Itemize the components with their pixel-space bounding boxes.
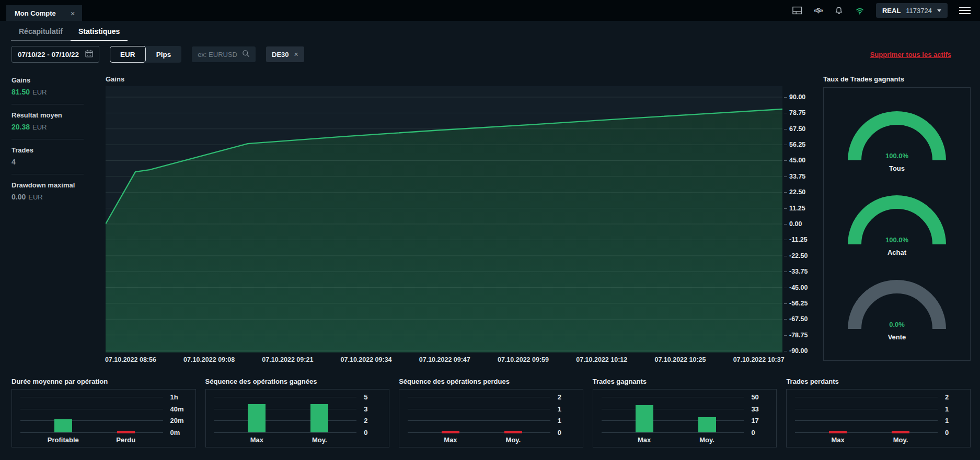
mini-plot-area: MaxMoy. — [602, 397, 744, 432]
tab-statistiques[interactable]: Statistiques — [71, 21, 128, 41]
workspace-icon[interactable] — [792, 6, 802, 15]
tab-mon-compte[interactable]: Mon Compte × — [6, 5, 82, 21]
stat-item: Résultat moyen20.38EUR — [11, 104, 84, 139]
bar-max — [442, 431, 459, 433]
gridline — [795, 432, 938, 433]
connection-wifi-icon[interactable] — [855, 6, 864, 15]
y-axis-label: 2 — [364, 417, 367, 424]
unit-pips-button[interactable]: Pips — [146, 46, 182, 63]
y-axis-label: -90.00 — [789, 347, 808, 355]
gains-chart-section: Gains 90.0078.7567.5056.2545.0033.7522.5… — [106, 75, 815, 366]
y-axis-label: -56.25 — [789, 300, 808, 307]
bar-profitable — [54, 419, 72, 432]
gridline — [602, 432, 744, 433]
gains-area-chart — [106, 86, 782, 352]
asset-chip-de30[interactable]: DE30 × — [266, 46, 304, 62]
x-axis: 07.10.2022 08:5607.10.2022 09:0807.10.20… — [106, 352, 782, 366]
date-range-input[interactable]: 07/10/22 - 07/10/22 — [11, 46, 99, 63]
menu-icon[interactable] — [959, 7, 971, 14]
x-axis-label: 07.10.2022 09:59 — [498, 356, 549, 363]
y-axis-label: 45.00 — [789, 157, 805, 164]
stat-value: 4 — [11, 158, 84, 166]
x-axis-label: Max — [638, 436, 651, 444]
y-axis-label: 1 — [558, 417, 561, 424]
mini-chart-card: Séquence des opérations perduesMaxMoy.21… — [399, 378, 583, 447]
y-axis-label: -78.75 — [789, 332, 808, 339]
x-axis-label: 07.10.2022 09:08 — [183, 356, 235, 363]
x-axis-label: 07.10.2022 08:56 — [105, 356, 156, 363]
mini-chart-plot: ProfitablePerdu1h40m20m0m — [11, 389, 196, 447]
close-icon[interactable]: × — [71, 9, 75, 17]
stat-item: Drawdown maximal0.00EUR — [11, 174, 84, 209]
y-axis-label: 1 — [558, 405, 561, 412]
y-axis-label: 3 — [364, 405, 367, 412]
stat-label: Trades — [11, 146, 84, 154]
filter-bar: 07/10/22 - 07/10/22 EUR Pips ex: EURUSD … — [0, 41, 980, 63]
calendar-icon[interactable] — [85, 50, 93, 60]
stat-item: Gains81.50EUR — [11, 75, 84, 104]
unit-toggle-group: EUR Pips — [110, 46, 181, 63]
mini-charts-row: Durée moyenne par opérationProfitablePer… — [0, 366, 980, 447]
y-axis-label: 0 — [751, 429, 755, 437]
topbar-actions: «$» REAL 1173724 — [783, 0, 980, 21]
gauge-label: Achat — [887, 249, 906, 256]
gains-chart: 90.0078.7567.5056.2545.0033.7522.5011.25… — [106, 86, 815, 352]
gridline — [408, 420, 550, 421]
mini-plot-area: MaxMoy. — [408, 397, 550, 432]
gridline — [214, 409, 357, 409]
y-axis-label: -67.50 — [789, 315, 808, 323]
y-axis-label: 0 — [364, 429, 367, 437]
currency-eur-button[interactable]: EUR — [110, 46, 146, 63]
gridline — [20, 409, 163, 409]
account-selector[interactable]: REAL 1173724 — [876, 3, 948, 18]
gridline — [214, 420, 357, 421]
mini-plot-area: ProfitablePerdu — [20, 397, 163, 432]
gauge-label: Vente — [888, 333, 906, 341]
x-axis-label: Max — [444, 436, 457, 444]
asset-chip-label: DE30 — [272, 51, 289, 58]
chip-close-icon[interactable]: × — [294, 50, 298, 58]
gauge-value: 100.0% — [846, 152, 948, 160]
gridline — [602, 420, 744, 421]
gridline — [795, 397, 938, 397]
gridline — [408, 409, 550, 409]
x-axis-label: 07.10.2022 09:21 — [262, 356, 313, 363]
mini-chart-plot: MaxMoy.5033170 — [593, 389, 777, 447]
gauge-label: Tous — [889, 164, 905, 172]
mini-chart-plot: MaxMoy.2110 — [786, 389, 971, 447]
gridline — [602, 409, 744, 409]
chevron-down-icon — [937, 9, 941, 12]
mini-y-axis: 1h40m20m0m — [167, 397, 190, 432]
x-axis-label: Profitable — [48, 436, 79, 444]
y-axis-label: 17 — [751, 417, 758, 424]
mini-chart-title: Durée moyenne par opération — [11, 378, 196, 385]
gridline — [408, 397, 550, 397]
tab-recapitulatif[interactable]: Récapitulatif — [11, 21, 71, 41]
x-axis-label: 07.10.2022 09:47 — [419, 356, 470, 363]
bar-max — [829, 431, 847, 433]
y-axis-label: -45.00 — [789, 284, 808, 291]
notifications-bell-icon[interactable] — [834, 6, 844, 15]
gridline — [20, 432, 163, 433]
stat-value: 0.00EUR — [11, 193, 84, 201]
date-range-value: 07/10/22 - 07/10/22 — [18, 51, 79, 58]
remove-all-assets-link[interactable]: Supprimer tous les actifs — [870, 51, 951, 58]
y-axis-label: 33.75 — [789, 173, 805, 180]
stat-value-number: 20.38 — [11, 123, 30, 131]
y-axis-label: 56.25 — [789, 141, 805, 148]
y-axis-label: 11.25 — [789, 205, 805, 212]
mini-chart-title: Trades gagnants — [593, 378, 777, 385]
gauge-achat: 100.0%Achat — [846, 192, 948, 256]
y-axis-label: -22.50 — [789, 252, 808, 260]
y-axis-label: 33 — [751, 405, 758, 412]
x-axis-label: Moy. — [699, 436, 714, 444]
gridline — [214, 397, 357, 397]
mini-chart-card: Trades gagnantsMaxMoy.5033170 — [593, 378, 777, 447]
account-number: 1173724 — [906, 7, 932, 15]
x-axis-label: Max — [250, 436, 263, 444]
y-axis-label: 22.50 — [789, 188, 805, 196]
price-alert-icon[interactable]: «$» — [814, 7, 823, 14]
symbol-search-input[interactable]: ex: EURUSD — [192, 46, 256, 62]
y-axis-label: 50 — [751, 393, 758, 401]
x-axis-label: Moy. — [312, 436, 327, 444]
